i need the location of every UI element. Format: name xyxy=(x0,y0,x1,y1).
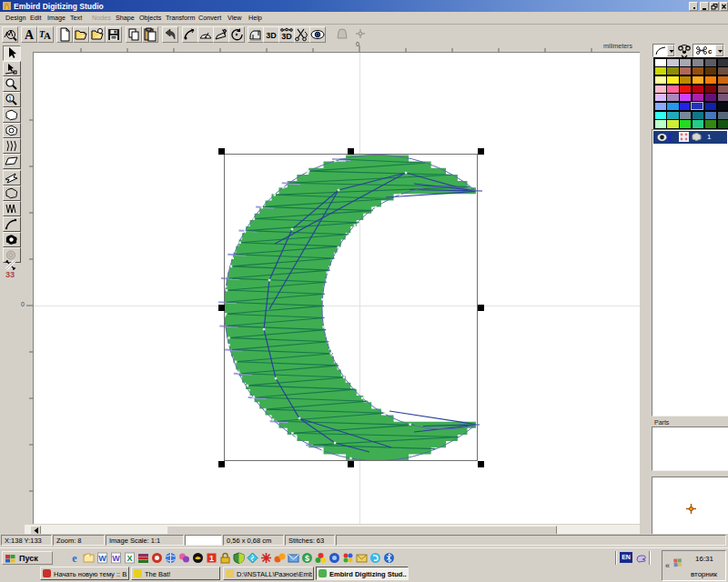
svg-text:$: $ xyxy=(305,554,309,563)
svg-text:W: W xyxy=(98,554,106,563)
svg-text:W: W xyxy=(112,554,120,563)
svg-text:e: e xyxy=(72,552,77,564)
svg-text:1: 1 xyxy=(209,554,214,563)
svg-text:c: c xyxy=(708,47,713,55)
svg-text:X: X xyxy=(126,554,132,563)
